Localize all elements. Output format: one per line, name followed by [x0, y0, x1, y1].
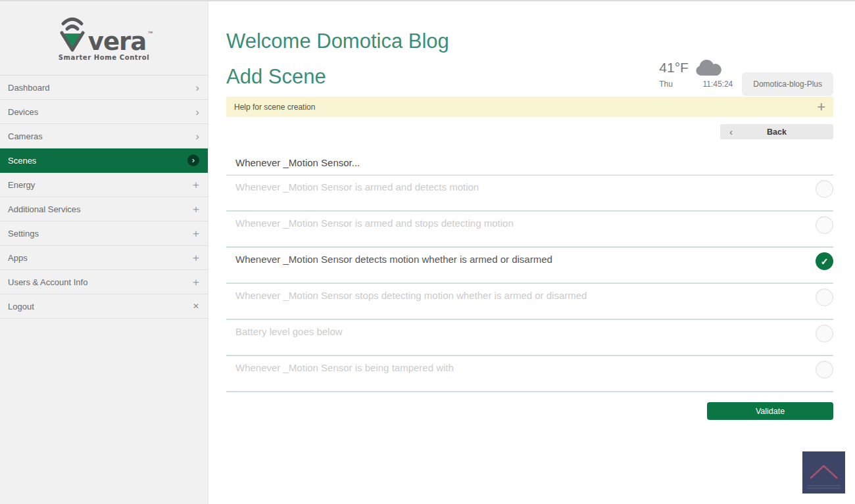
header-top-right: 41°F Thu 11:45:24 Domotica-blog-Plus — [659, 58, 833, 96]
chevron-up-icon — [802, 451, 845, 493]
clock-time: 11:45:24 — [702, 80, 733, 89]
sidebar-item-label: Settings — [8, 229, 39, 239]
trigger-list-heading: Whenever _Motion Sensor... — [226, 157, 833, 175]
chevron-right-circle-icon: › — [187, 154, 199, 166]
sidebar-item-label: Devices — [8, 107, 38, 117]
sidebar-item-cameras[interactable]: Cameras› — [0, 124, 208, 149]
chevron-left-icon: ‹ — [729, 126, 733, 137]
trigger-option[interactable]: Whenever _Motion Sensor stops detecting … — [226, 284, 833, 320]
back-button[interactable]: ‹ Back — [720, 124, 833, 139]
sidebar-item-label: Cameras — [8, 131, 43, 141]
vera-logo-tagline: Smarter Home Control — [59, 54, 150, 61]
trigger-option[interactable]: Whenever _Motion Sensor detects motion w… — [226, 248, 833, 284]
trigger-option-label: Whenever _Motion Sensor stops detecting … — [235, 290, 587, 301]
validate-button[interactable]: Validate — [707, 402, 833, 420]
vera-v-wifi-icon — [57, 15, 88, 52]
back-row: ‹ Back — [226, 124, 833, 139]
trigger-option-label: Whenever _Motion Sensor detects motion w… — [235, 254, 552, 265]
plus-icon[interactable]: + — [817, 100, 825, 114]
main-area: Welcome Domotica Blog 41°F Thu 11:45:24 … — [209, 1, 855, 504]
sidebar-item-label: Scenes — [8, 156, 36, 166]
chevron-right-icon: › — [195, 82, 199, 93]
trigger-option-label: Whenever _Motion Sensor is armed and det… — [235, 181, 479, 193]
sidebar-item-label: Users & Account Info — [8, 277, 87, 287]
trigger-options: Whenever _Motion Sensor is armed and det… — [226, 175, 833, 392]
radio-icon[interactable] — [816, 325, 833, 342]
welcome-title: Welcome Domotica Blog — [226, 29, 450, 54]
controller-select-button[interactable]: Domotica-blog-Plus — [742, 72, 833, 96]
sidebar-item-label: Additional Services — [8, 204, 81, 214]
close-icon: ✕ — [193, 302, 199, 310]
sidebar-item-label: Apps — [8, 253, 28, 263]
radio-icon[interactable] — [816, 288, 833, 306]
vera-logo-text: vera — [88, 32, 146, 52]
sidebar-item-additional-services[interactable]: Additional Services+ — [0, 197, 208, 221]
weather-day: Thu — [659, 80, 673, 89]
radio-icon[interactable] — [816, 180, 833, 198]
trigger-list: Whenever _Motion Sensor... Whenever _Mot… — [226, 157, 833, 392]
sidebar-item-scenes[interactable]: Scenes› — [0, 149, 208, 173]
sidebar-item-dashboard[interactable]: Dashboard› — [0, 76, 208, 100]
cloud-icon — [694, 58, 723, 78]
back-button-label: Back — [767, 127, 787, 137]
help-bar[interactable]: Help for scene creation + — [226, 97, 833, 117]
trigger-option-label: Battery level goes below — [235, 326, 343, 337]
sidebar-item-label: Dashboard — [8, 83, 50, 93]
vera-logo-mark: vera ™ — [57, 15, 151, 52]
weather-widget: 41°F Thu 11:45:24 — [659, 58, 733, 89]
plus-icon: + — [193, 179, 199, 191]
sidebar-menu: Dashboard›Devices›Cameras›Scenes›Energy+… — [0, 76, 208, 319]
weather-temperature: 41°F — [659, 60, 689, 76]
trigger-option[interactable]: Whenever _Motion Sensor is armed and sto… — [226, 212, 833, 248]
sidebar-item-energy[interactable]: Energy+ — [0, 173, 208, 197]
plus-icon: + — [193, 277, 199, 288]
sidebar-item-apps[interactable]: Apps+ — [0, 246, 208, 270]
sidebar-item-devices[interactable]: Devices› — [0, 100, 208, 124]
radio-icon[interactable] — [816, 361, 833, 378]
trigger-option[interactable]: Whenever _Motion Sensor is armed and det… — [226, 175, 833, 212]
plus-icon: + — [193, 204, 199, 215]
help-bar-label: Help for scene creation — [234, 103, 315, 112]
sidebar-item-label: Energy — [8, 180, 35, 190]
chevron-right-icon: › — [195, 131, 199, 142]
scroll-top-button[interactable] — [802, 451, 845, 493]
vera-app-window: vera ™ Smarter Home Control Dashboard›De… — [0, 0, 855, 504]
trigger-option[interactable]: Battery level goes below — [226, 320, 833, 356]
sidebar-item-logout[interactable]: Logout✕ — [0, 294, 208, 319]
vera-logo[interactable]: vera ™ Smarter Home Control — [0, 1, 208, 76]
chevron-right-icon: › — [195, 106, 199, 118]
sidebar-item-label: Logout — [8, 302, 34, 311]
validate-row: Validate — [226, 402, 833, 420]
sidebar-item-users-account-info[interactable]: Users & Account Info+ — [0, 270, 208, 294]
sidebar: vera ™ Smarter Home Control Dashboard›De… — [0, 1, 208, 504]
trigger-option-label: Whenever _Motion Sensor is armed and sto… — [235, 218, 514, 229]
sidebar-item-settings[interactable]: Settings+ — [0, 221, 208, 246]
trademark-symbol: ™ — [147, 30, 153, 36]
check-icon[interactable]: ✓ — [816, 252, 833, 270]
plus-icon: + — [193, 228, 199, 239]
trigger-option[interactable]: Whenever _Motion Sensor is being tampere… — [226, 356, 833, 392]
trigger-option-label: Whenever _Motion Sensor is being tampere… — [235, 362, 454, 373]
plus-icon: + — [193, 252, 199, 263]
radio-icon[interactable] — [816, 216, 833, 234]
